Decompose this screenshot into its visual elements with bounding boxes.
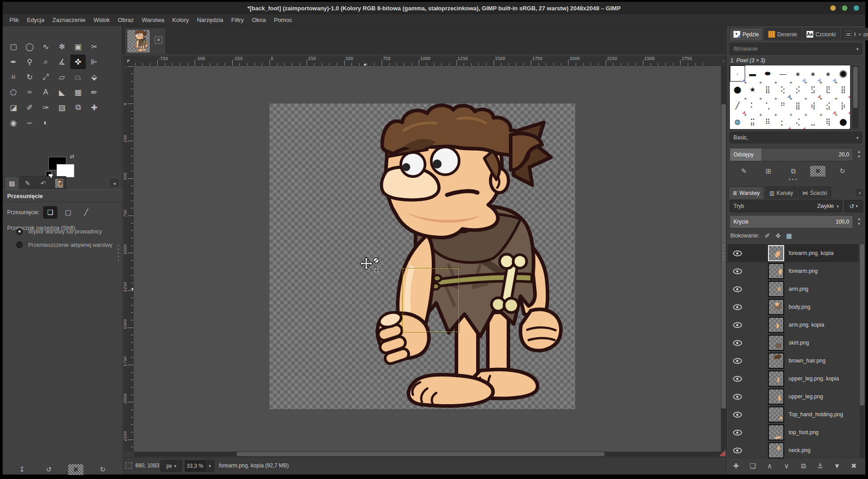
brush-cell[interactable]: ⠅ [745,98,760,114]
brush-cell[interactable]: ⡂ [775,114,790,129]
vertical-ruler[interactable]: -2500250500750100012501500175020002250 [124,66,134,452]
swap-colors-icon[interactable]: ⇄ [70,153,74,160]
brush-cell[interactable]: ⢌ [790,114,806,129]
reset-tool-options-button[interactable]: ↻ [95,464,110,475]
select-by-color-tool-icon[interactable]: ▣ [70,39,86,54]
layer-list-scrollbar[interactable] [859,244,865,458]
menu-pomoc[interactable]: Pomoc [270,14,296,26]
radio-icon[interactable] [16,228,23,235]
opacity-spinner[interactable]: ▲▼ [855,217,863,226]
brush-cell[interactable]: ⢾ [805,98,820,114]
visibility-eye-icon[interactable] [733,430,742,436]
brush-cell[interactable]: ⢿ [820,114,836,129]
dock-resize-handle[interactable] [723,244,725,262]
image-canvas[interactable] [269,104,575,409]
layer-thumbnail[interactable] [768,299,784,315]
restore-tool-preset-button[interactable]: ↺ [41,464,56,475]
layer-row[interactable]: top_foot.png [728,423,859,441]
brush-cell[interactable]: ⡷ [836,98,851,114]
crop-tool-icon[interactable]: ⌗ [6,70,21,84]
brush-cell[interactable]: ╱ [730,98,745,114]
image-tab[interactable]: ✕ [125,28,166,54]
layer-row[interactable]: arm.png. kopia [728,316,859,334]
ruler-corner-button[interactable]: ◤ [124,56,134,66]
duplicate-brush-button[interactable]: ⧉ [786,166,801,177]
dodge-burn-tool-icon[interactable]: ◐ [38,116,53,130]
duplicate-layer-button[interactable]: ⧉ [796,461,811,471]
layer-row[interactable]: neck.png [728,441,859,458]
minimize-button[interactable] [830,5,836,11]
fuzzy-select-tool-icon[interactable]: ✻ [54,39,69,54]
mypaint-brush-tool-icon[interactable]: ▨ [54,100,69,115]
layer-row[interactable]: forearm.png. kopia [728,244,859,262]
visibility-eye-icon[interactable] [733,394,742,400]
layer-mode-dropdown[interactable]: Tryb Zwykłe ▾ [729,200,842,212]
unit-dropdown[interactable]: px▾ [161,460,182,472]
maximize-button[interactable] [842,5,847,11]
brush-cell[interactable]: ⬤ [836,65,851,82]
brush-cell[interactable]: ⣪ [820,98,836,114]
radio-icon[interactable] [16,242,23,248]
brush-cell[interactable]: · [730,65,745,82]
delete-tool-preset-button[interactable]: ✖ [68,464,83,475]
quick-mask-toggle[interactable] [126,462,132,469]
rotate-tool-icon[interactable]: ↻ [22,70,37,84]
align-tool-icon[interactable]: ⊫ [87,55,102,69]
shear-tool-icon[interactable]: ▱ [54,70,69,84]
zoom-tool-icon[interactable]: ⌕ [38,55,53,69]
visibility-eye-icon[interactable] [733,376,742,382]
refresh-brushes-button[interactable]: ↻ [835,166,850,177]
anchor-layer-button[interactable]: ⚓ [812,461,828,471]
layer-row[interactable]: upper_leg.png. kopia [728,370,859,388]
zoom-follow-button[interactable]: ⌕ [721,56,726,66]
brush-cell[interactable]: ◍ [730,114,745,129]
paintbrush-tool-icon[interactable]: ✐ [22,100,37,115]
zoom-dropdown[interactable]: ▾ [205,460,214,472]
zoom-value[interactable]: 33,3 % [185,460,205,472]
brush-cell[interactable]: ⣫ [805,82,820,98]
brush-cell[interactable]: ⣿ [790,98,806,114]
layer-row[interactable]: Top_hand_holding.png [728,406,859,423]
move-tool-icon[interactable]: ✜ [70,55,86,69]
text-tool-icon[interactable]: A [38,85,53,99]
close-button[interactable] [854,5,859,11]
menu-narzędzia[interactable]: Narzędzia [193,14,227,26]
heal-tool-icon[interactable]: ✚ [87,100,102,115]
brush-cell[interactable]: ― [775,65,790,82]
move-layer-button[interactable]: ❏ [43,206,57,219]
new-layer-button[interactable]: ✚ [729,461,744,471]
background-color-swatch[interactable] [56,164,74,177]
collapse-dock-icon[interactable]: ◂ [856,189,863,196]
layer-thumbnail[interactable] [768,281,784,297]
visibility-eye-icon[interactable] [733,358,742,364]
radio-move-active[interactable]: Przemieszczenie aktywnej warstwy [16,242,112,248]
layer-row[interactable]: upper_leg.png [728,388,859,406]
canvas-viewport[interactable] [134,66,721,452]
merge-layer-button[interactable]: ▼ [829,461,845,471]
warp-transform-tool-icon[interactable]: ≈ [22,85,37,99]
move-selection-button[interactable]: ▢ [61,206,75,219]
new-layer-group-button[interactable]: ❏ [745,461,760,471]
menu-widok[interactable]: Widok [90,14,114,26]
smudge-tool-icon[interactable]: ∽ [22,116,37,130]
gradient-tool-icon[interactable]: ▦ [70,85,86,99]
collapse-dock-icon[interactable]: ◂ [856,30,863,38]
menu-zaznaczenie[interactable]: Zaznaczenie [48,14,90,26]
menu-okna[interactable]: Okna [248,14,270,26]
menu-kolory[interactable]: Kolory [168,14,193,26]
layer-thumbnail[interactable] [768,263,784,279]
edit-brush-button[interactable]: ✎ [736,166,751,177]
brush-grid-scrollbar[interactable] [852,66,859,129]
layer-thumbnail[interactable] [768,406,784,423]
brush-cell[interactable]: ⢁ [760,98,775,114]
lower-layer-button[interactable]: ∨ [779,461,794,471]
selection-rectangle[interactable] [403,268,459,332]
bucket-fill-tool-icon[interactable]: ◣ [54,85,69,99]
brush-cell[interactable]: ⬤ [836,114,851,129]
eraser-tool-icon[interactable]: ◪ [6,100,21,115]
brush-cell[interactable]: ⡪ [790,82,806,98]
clone-tool-icon[interactable]: ⧉ [70,100,86,115]
visibility-eye-icon[interactable] [733,322,742,328]
layer-thumbnail[interactable] [768,424,784,440]
tab-desenie[interactable]: Desenie [764,28,801,40]
